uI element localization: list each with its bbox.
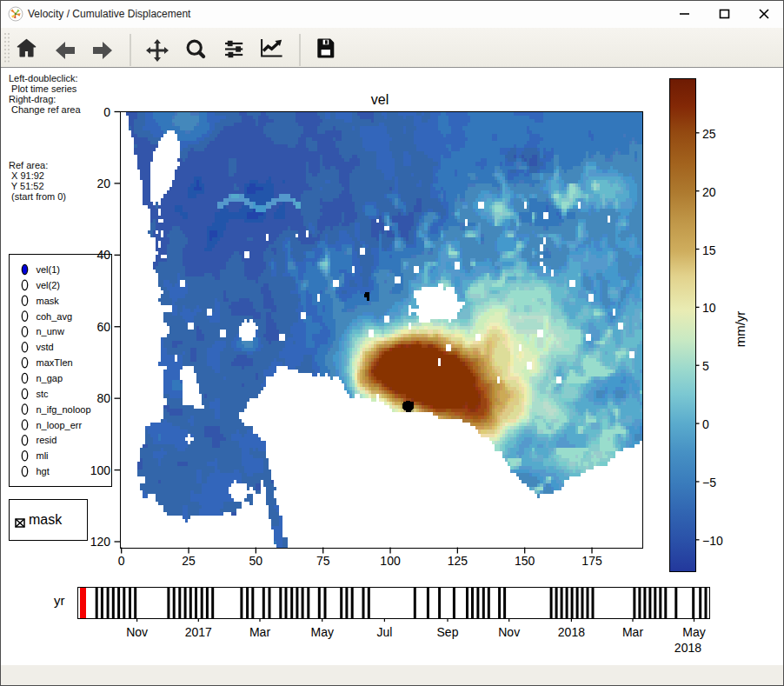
svg-text:2018: 2018: [674, 641, 701, 655]
svg-text:15: 15: [702, 243, 716, 257]
svg-text:vstd: vstd: [37, 342, 54, 352]
svg-text:stc: stc: [37, 389, 50, 399]
svg-text:May: May: [310, 625, 333, 639]
svg-text:vel(2): vel(2): [37, 280, 61, 290]
svg-text:mask: mask: [37, 296, 60, 306]
svg-text:maxTlen: maxTlen: [37, 357, 73, 368]
svg-text:Mar: Mar: [249, 625, 270, 639]
svg-text:125: 125: [448, 554, 468, 568]
svg-text:10: 10: [702, 301, 716, 315]
svg-text:5: 5: [702, 359, 709, 373]
svg-text:Mar: Mar: [622, 625, 643, 639]
svg-text:120: 120: [90, 535, 111, 549]
svg-text:2017: 2017: [185, 625, 212, 639]
svg-text:20: 20: [702, 185, 716, 199]
svg-text:175: 175: [581, 554, 602, 568]
svg-text:0: 0: [702, 417, 709, 431]
svg-text:25: 25: [182, 554, 196, 568]
svg-text:n_loop_err: n_loop_err: [37, 420, 83, 430]
svg-text:−5: −5: [702, 476, 716, 490]
svg-text:coh_avg: coh_avg: [37, 311, 73, 322]
svg-text:Sep: Sep: [437, 625, 459, 639]
svg-text:vel(1): vel(1): [37, 264, 61, 275]
svg-text:n_gap: n_gap: [37, 373, 63, 383]
svg-text:0: 0: [118, 554, 125, 568]
svg-text:75: 75: [316, 554, 330, 568]
svg-text:n_unw: n_unw: [37, 326, 64, 336]
svg-text:150: 150: [515, 554, 535, 568]
svg-text:Nov: Nov: [498, 625, 520, 639]
svg-text:50: 50: [249, 554, 263, 568]
svg-text:−10: −10: [702, 534, 723, 548]
svg-text:20: 20: [96, 176, 110, 190]
svg-text:n_ifg_noloop: n_ifg_noloop: [37, 404, 91, 415]
svg-text:100: 100: [380, 554, 401, 568]
svg-text:mli: mli: [37, 450, 49, 461]
svg-text:hgt: hgt: [37, 466, 50, 476]
svg-text:25: 25: [702, 127, 716, 141]
svg-text:2018: 2018: [558, 625, 585, 639]
svg-text:May: May: [682, 625, 705, 639]
svg-text:resid: resid: [37, 435, 57, 445]
svg-text:Jul: Jul: [376, 625, 392, 639]
svg-text:0: 0: [103, 105, 110, 119]
svg-text:Nov: Nov: [126, 625, 148, 639]
